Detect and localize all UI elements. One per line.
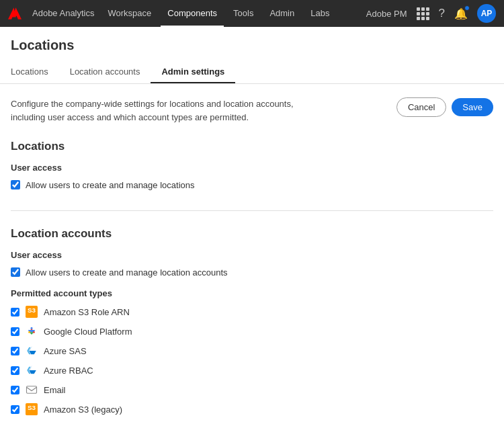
account-row-azure-rbac: Azure RBAC	[11, 364, 493, 377]
locations-section: Locations User access Allow users to cre…	[11, 140, 493, 192]
notification-dot	[464, 5, 470, 11]
svg-text:S3: S3	[28, 405, 36, 412]
azure-sas-icon	[25, 344, 38, 357]
svg-point-3	[33, 331, 35, 333]
bell-wrapper[interactable]: 🔔	[454, 7, 468, 20]
s3-legacy-icon: S3	[25, 403, 38, 416]
section-divider	[11, 210, 493, 211]
checkbox-email[interactable]	[11, 386, 19, 394]
loc-accounts-user-access-checkbox-label: Allow users to create and manage locatio…	[26, 267, 228, 279]
gcp-icon	[25, 325, 38, 338]
gcp-label: Google Cloud Platform	[44, 327, 132, 337]
permitted-account-types-label: Permitted account types	[11, 288, 493, 298]
checkbox-s3-role-arn[interactable]	[11, 308, 19, 316]
help-icon[interactable]: ?	[439, 7, 445, 20]
nav-admin[interactable]: Admin	[263, 0, 301, 27]
nav-workspace[interactable]: Workspace	[101, 0, 159, 27]
tabs: Locations Location accounts Admin settin…	[11, 61, 493, 83]
logo[interactable]	[8, 7, 22, 20]
account-row-email: Email	[11, 383, 493, 396]
checkbox-azure-sas[interactable]	[11, 347, 19, 355]
loc-accounts-user-access-checkbox[interactable]	[11, 267, 20, 277]
azure-sas-label: Azure SAS	[44, 346, 87, 356]
locations-user-access-checkbox[interactable]	[11, 180, 20, 189]
account-row-s3-role-arn: S3 Amazon S3 Role ARN	[11, 305, 493, 319]
user-name: Adobe PM	[366, 9, 407, 19]
svg-rect-5	[27, 386, 37, 394]
svg-point-4	[31, 327, 33, 329]
svg-text:S3: S3	[28, 307, 36, 314]
nav-right: Adobe PM ? 🔔 AP	[366, 4, 496, 23]
loc-accounts-user-access-label: User access	[11, 250, 493, 260]
locations-user-access-label: User access	[11, 163, 493, 173]
azure-rbac-icon	[25, 364, 38, 377]
email-label: Email	[44, 385, 66, 395]
tab-admin-settings[interactable]: Admin settings	[151, 61, 235, 83]
main-content: Configure the company-wide settings for …	[0, 84, 504, 422]
tab-locations[interactable]: Locations	[11, 61, 59, 83]
apps-grid-icon[interactable]	[417, 7, 429, 20]
page-description: Configure the company-wide settings for …	[11, 97, 306, 124]
tab-location-accounts[interactable]: Location accounts	[59, 61, 151, 83]
nav-components[interactable]: Components	[161, 0, 224, 27]
checkbox-s3-legacy[interactable]	[11, 405, 19, 414]
s3-role-arn-icon: S3	[25, 305, 38, 319]
email-icon	[25, 383, 38, 396]
top-nav: Adobe Analytics Workspace Components Too…	[0, 0, 504, 27]
location-accounts-section: Location accounts User access Allow user…	[11, 227, 493, 422]
s3-role-arn-label: Amazon S3 Role ARN	[44, 307, 130, 317]
cancel-button[interactable]: Cancel	[396, 97, 446, 117]
account-row-azure-sas: Azure SAS	[11, 344, 493, 357]
azure-rbac-label: Azure RBAC	[44, 366, 93, 376]
svg-point-2	[28, 331, 30, 333]
nav-tools[interactable]: Tools	[226, 0, 260, 27]
loc-accounts-user-access-row: Allow users to create and manage locatio…	[11, 267, 493, 279]
account-row-gcp: Google Cloud Platform	[11, 325, 493, 338]
avatar[interactable]: AP	[477, 4, 496, 23]
nav-items: Workspace Components Tools Admin Labs	[101, 0, 366, 27]
checkbox-azure-rbac[interactable]	[11, 366, 19, 375]
page-title: Locations	[11, 38, 493, 53]
nav-brand: Adobe Analytics	[32, 0, 101, 27]
save-button[interactable]: Save	[452, 98, 493, 116]
page-header: Locations Locations Location accounts Ad…	[0, 27, 504, 84]
nav-labs[interactable]: Labs	[304, 0, 336, 27]
locations-section-title: Locations	[11, 140, 493, 153]
checkbox-gcp[interactable]	[11, 327, 19, 336]
action-buttons: Cancel Save	[396, 97, 493, 117]
locations-user-access-checkbox-label: Allow users to create and manage locatio…	[26, 179, 194, 192]
locations-user-access-row: Allow users to create and manage locatio…	[11, 179, 493, 192]
desc-actions-row: Configure the company-wide settings for …	[11, 97, 493, 124]
account-row-s3-legacy: S3 Amazon S3 (legacy)	[11, 403, 493, 416]
location-accounts-section-title: Location accounts	[11, 227, 493, 241]
s3-legacy-label: Amazon S3 (legacy)	[44, 405, 122, 415]
